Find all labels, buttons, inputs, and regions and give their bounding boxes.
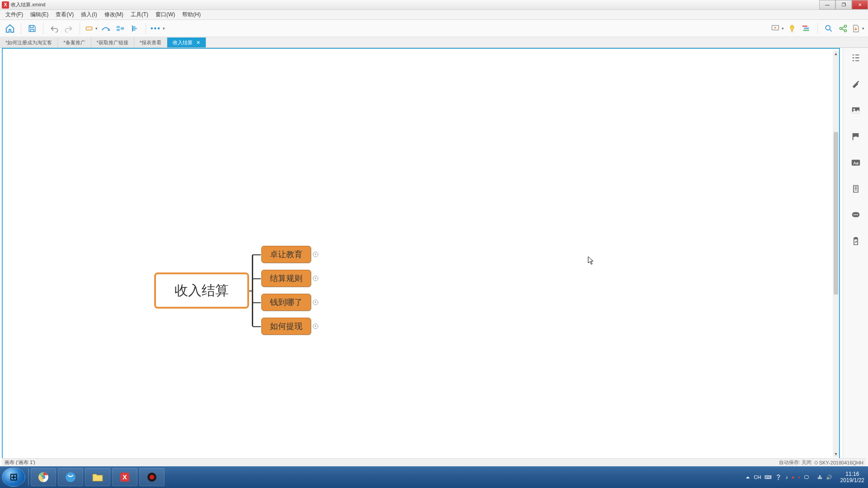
svg-rect-6 xyxy=(804,28,809,29)
expand-icon-4[interactable]: + xyxy=(313,324,318,329)
menu-help[interactable]: 帮助(H) xyxy=(179,10,204,19)
task-explorer[interactable] xyxy=(85,468,110,486)
child-node-4[interactable]: 如何提现 xyxy=(261,318,311,335)
notes-icon[interactable] xyxy=(849,183,862,195)
boundary-button[interactable] xyxy=(114,22,127,35)
ime-indicator[interactable]: CH xyxy=(754,474,761,480)
taskbar: ⊞ X ⏶ CH ⌨ ❔ ♪ ● ▪ 🖵 🖧 🔊 11:16 2019/1/22 xyxy=(0,466,868,488)
tab-register[interactable]: *如何注册成为淘宝客 xyxy=(0,38,58,47)
task-recorder[interactable] xyxy=(139,468,165,486)
svg-rect-2 xyxy=(117,28,120,31)
undo-button[interactable] xyxy=(48,22,61,35)
tab-link[interactable]: *获取推广链接 xyxy=(91,38,134,47)
minimize-button[interactable]: — xyxy=(819,0,835,9)
share-button[interactable] xyxy=(837,22,849,35)
svg-point-10 xyxy=(844,25,847,27)
image-icon[interactable] xyxy=(849,104,862,117)
svg-rect-5 xyxy=(802,25,807,27)
tray-help-icon[interactable]: ❔ xyxy=(775,474,782,480)
brainstorm-button[interactable] xyxy=(786,22,798,35)
svg-rect-0 xyxy=(86,27,92,30)
redo-button[interactable] xyxy=(62,22,75,35)
menu-bar: 文件(F) 编辑(E) 查看(V) 插入(I) 修改(M) 工具(T) 窗口(W… xyxy=(0,10,868,20)
autosave-status: 自动保存: 关闭 xyxy=(779,459,811,466)
tab-close-icon[interactable]: ✕ xyxy=(196,40,200,46)
machine-name: SKY-20180416QHH xyxy=(819,460,863,465)
presentation-button[interactable] xyxy=(771,22,784,35)
menu-window[interactable]: 窗口(W) xyxy=(152,10,179,19)
svg-text:X: X xyxy=(123,474,127,481)
tray-keyboard-icon[interactable]: ⌨ xyxy=(764,474,772,480)
tray-battery-icon[interactable]: ♪ xyxy=(785,474,788,480)
menu-edit[interactable]: 编辑(E) xyxy=(27,10,52,19)
child-node-1[interactable]: 卓让教育 xyxy=(261,246,311,263)
gantt-button[interactable] xyxy=(800,22,813,35)
scroll-down-icon[interactable]: ▼ xyxy=(833,451,839,457)
root-node[interactable]: 收入结算 xyxy=(154,272,249,309)
svg-rect-3 xyxy=(121,27,124,30)
export-button[interactable] xyxy=(851,22,864,35)
toolbar: ••• xyxy=(0,20,868,37)
svg-point-9 xyxy=(840,27,842,29)
file-tabs: *如何注册成为淘宝客 *备案推广 *获取推广链接 *报表查看 收入结算✕ xyxy=(0,37,868,48)
tray-network-icon[interactable]: 🖧 xyxy=(817,474,822,480)
tray-volume-icon[interactable]: 🔊 xyxy=(826,474,832,480)
relationship-button[interactable] xyxy=(99,22,112,35)
menu-view[interactable]: 查看(V) xyxy=(52,10,77,19)
branch-4 xyxy=(253,326,261,327)
task-chrome[interactable] xyxy=(31,468,56,486)
tab-income[interactable]: 收入结算✕ xyxy=(167,38,206,47)
scroll-thumb-v[interactable] xyxy=(834,132,838,295)
menu-file[interactable]: 文件(F) xyxy=(2,10,27,19)
home-button[interactable] xyxy=(4,22,16,35)
search-button[interactable] xyxy=(822,22,835,35)
child-node-2[interactable]: 结算规则 xyxy=(261,270,311,287)
status-left: 画布 ('画布 1') xyxy=(5,459,35,466)
tab-report[interactable]: *报表查看 xyxy=(134,38,167,47)
svg-text:Aa: Aa xyxy=(853,161,859,165)
comments-icon[interactable] xyxy=(849,209,862,221)
text-icon[interactable]: Aa xyxy=(849,156,862,169)
more-button[interactable]: ••• xyxy=(151,22,165,35)
marker-icon[interactable] xyxy=(849,130,862,143)
child-node-3[interactable]: 钱到哪了 xyxy=(261,294,311,311)
right-sidebar: Aa xyxy=(843,48,868,465)
svg-point-27 xyxy=(150,475,154,479)
branch-2 xyxy=(253,278,261,279)
canvas[interactable]: 收入结算 卓让教育 + 结算规则 + 钱到哪了 + 如何提现 + ▲ ▼ ◀ ▶ xyxy=(2,48,840,465)
taskbar-clock[interactable]: 11:16 2019/1/22 xyxy=(837,471,868,484)
expand-icon-2[interactable]: + xyxy=(313,276,318,281)
system-tray[interactable]: ⏶ CH ⌨ ❔ ♪ ● ▪ 🖵 🖧 🔊 xyxy=(741,474,837,480)
vertical-scrollbar[interactable]: ▲ ▼ xyxy=(833,51,839,457)
scroll-up-icon[interactable]: ▲ xyxy=(833,51,839,57)
svg-point-19 xyxy=(857,214,858,216)
format-icon[interactable] xyxy=(849,78,862,90)
svg-point-17 xyxy=(853,214,854,216)
root-branch xyxy=(249,291,253,291)
svg-point-13 xyxy=(853,108,855,110)
expand-icon-3[interactable]: + xyxy=(313,300,318,305)
close-button[interactable]: ✕ xyxy=(852,0,868,9)
menu-insert[interactable]: 插入(I) xyxy=(77,10,100,19)
svg-point-18 xyxy=(855,214,856,216)
branch-3 xyxy=(253,302,261,303)
save-button[interactable] xyxy=(26,22,38,35)
restore-button[interactable]: ❐ xyxy=(835,0,852,9)
topic-button[interactable] xyxy=(85,22,98,35)
summary-button[interactable] xyxy=(128,22,141,35)
expand-icon-1[interactable]: + xyxy=(313,252,318,257)
task-icon[interactable] xyxy=(849,235,862,248)
menu-modify[interactable]: 修改(M) xyxy=(101,10,127,19)
start-button[interactable]: ⊞ xyxy=(2,468,25,487)
branch-1 xyxy=(253,254,261,255)
status-bar: 画布 ('画布 1') 自动保存: 关闭 ◇ SKY-20180416QHH xyxy=(2,458,866,466)
tray-monitor-icon[interactable]: 🖵 xyxy=(804,474,809,480)
mindmap: 收入结算 卓让教育 + 结算规则 + 钱到哪了 + 如何提现 + xyxy=(3,49,839,465)
outline-icon[interactable] xyxy=(849,52,862,64)
task-browser[interactable] xyxy=(58,468,83,486)
menu-tools[interactable]: 工具(T) xyxy=(127,10,152,19)
task-xmind[interactable]: X xyxy=(112,468,137,486)
svg-rect-1 xyxy=(117,26,120,28)
svg-rect-7 xyxy=(803,29,809,31)
tab-filing[interactable]: *备案推广 xyxy=(58,38,91,47)
